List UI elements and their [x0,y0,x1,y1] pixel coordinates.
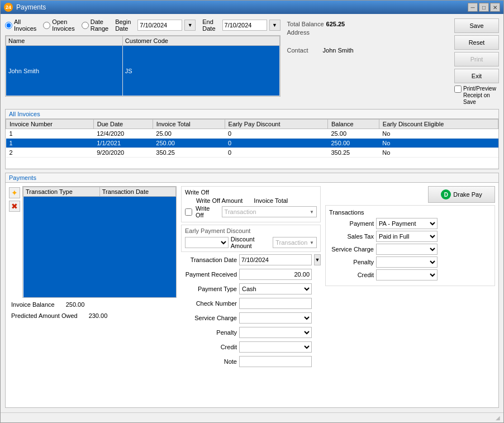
customer-name-cell: John Smith [6,46,123,96]
early-payment-transaction-dropdown[interactable]: Transaction ▼ [273,237,317,248]
service-charge-row: Service Charge [181,312,321,324]
open-invoices-radio[interactable] [43,22,50,29]
invoice-number-header: Invoice Number [6,120,94,129]
table-row[interactable]: 1 12/4/2020 25.00 0 25.00 No [6,129,498,139]
service-charge-trans-label: Service Charge [329,246,374,253]
invoice-balance-row: Invoice Balance 250.00 [9,300,177,309]
early-payment-transaction-value: Transaction [275,239,307,246]
sales-tax-trans-select[interactable]: Paid in Full Not Paid Partial [376,231,438,242]
begin-date-label: Begin Date [115,18,131,32]
begin-date-group: ▼ [137,20,196,31]
credit-select[interactable] [239,341,312,353]
payments-left: ✦ ✖ Transaction Type Transaction Date [9,186,177,368]
transaction-date-input[interactable] [239,254,312,265]
due-date-cell: 12/4/2020 [93,129,153,139]
top-section: All Invoices Open Invoices Date Range Be… [5,18,499,106]
customer-code-header: Customer Code [122,36,279,46]
invoice-balance-value: 250.00 [66,301,85,308]
payment-type-select[interactable]: Cash Check Credit Card ACH [239,283,312,294]
end-date-input[interactable] [222,20,267,31]
begin-date-input[interactable] [137,20,182,31]
transaction-type-cell [23,197,100,297]
title-bar: 24 Payments ─ □ ✕ [1,1,503,14]
penalty-trans-select[interactable] [376,256,438,268]
contact-label: Contact [287,47,321,54]
minimize-button[interactable]: ─ [468,3,478,12]
payment-trans-row: Payment PA - Payment CA - Cash CK - Chec… [329,218,491,229]
exit-button[interactable]: Exit [454,69,499,83]
app-icon: 24 [4,3,13,12]
delete-transaction-button[interactable]: ✖ [9,201,20,212]
payment-trans-label: Payment [329,220,374,227]
all-invoices-label: All Invoices [14,18,36,32]
begin-date-calendar-button[interactable]: ▼ [184,20,196,31]
payment-trans-select[interactable]: PA - Payment CA - Cash CK - Check [376,218,438,229]
main-window: 24 Payments ─ □ ✕ All Invoices O [0,0,504,423]
writeoff-row: Write Off Transaction ▼ [185,205,317,218]
drake-pay-icon: D [441,189,451,199]
early-payment-header: Early Payment Discount [185,227,317,234]
writeoff-dropdown-arrow: ▼ [310,210,314,215]
total-balance-row: Total Balance 625.25 [287,21,448,27]
date-range-radio-label[interactable]: Date Range [82,18,108,32]
invoice-number-cell: 1 [6,129,94,139]
early-discount-eligible-cell: No [379,139,498,148]
check-number-label: Check Number [181,300,237,307]
credit-trans-select[interactable] [376,269,438,281]
maximize-button[interactable]: □ [479,3,489,12]
table-row[interactable]: 2 9/20/2020 350.25 0 350.25 No [6,148,498,158]
check-number-row: Check Number [181,298,321,309]
resize-handle: ◢ [496,415,500,421]
invoice-total-header: Invoice Total [153,120,225,129]
table-row[interactable]: 1 1/1/2021 250.00 0 250.00 No [6,139,498,148]
due-date-cell: 1/1/2021 [93,139,153,148]
end-date-calendar-button[interactable]: ▼ [269,20,280,31]
predicted-amount-value: 230.00 [89,312,108,319]
status-bar: ◢ [1,412,503,422]
writeoff-section: Write Off Write Off Amount Invoice Total… [181,186,321,222]
print-receipt-checkbox[interactable] [454,85,462,93]
early-discount-eligible-header: Early Discount Eligible [379,120,498,129]
open-invoices-radio-label[interactable]: Open Invoices [43,18,74,32]
service-charge-select[interactable] [239,312,312,324]
payments-table: Transaction Type Transaction Date [23,187,176,297]
predicted-amount-row: Predicted Amount Owed 230.00 [9,311,177,320]
drake-pay-button[interactable]: D Drake Pay [428,186,495,203]
payment-received-input[interactable] [239,269,312,280]
customer-name-header: Name [6,36,123,46]
early-pay-discount-header: Early Pay Discount [225,120,327,129]
discount-amount-label: Discount Amount [231,236,271,249]
close-button[interactable]: ✕ [490,3,500,12]
writeoff-transaction-value: Transaction [225,208,256,215]
customer-code-cell: JS [122,46,279,96]
table-row[interactable]: John Smith JS [6,46,280,96]
contact-value: John Smith [323,47,354,54]
early-pay-discount-cell: 0 [225,129,327,139]
save-button[interactable]: Save [454,18,499,33]
service-charge-trans-select[interactable] [376,244,438,255]
print-button[interactable]: Print [454,52,499,66]
customer-list: Name Customer Code John Smith JS [6,36,280,96]
write-off-amount-label: Write Off Amount [196,197,243,204]
table-row[interactable] [23,197,176,297]
check-number-input[interactable] [239,298,312,309]
all-invoices-radio[interactable] [5,22,12,29]
note-input[interactable] [239,356,312,367]
sales-tax-trans-row: Sales Tax Paid in Full Not Paid Partial [329,231,491,242]
transaction-date-calendar-button[interactable]: ▼ [314,254,321,265]
print-receipt-row: Print/Preview Receipt on Save [454,85,499,106]
early-discount-eligible-cell: No [379,148,498,158]
table-row-empty [6,158,498,169]
all-invoices-radio-label[interactable]: All Invoices [5,18,36,32]
early-payment-select[interactable] [185,237,229,248]
reset-button[interactable]: Reset [454,35,499,50]
write-off-checkbox[interactable] [185,208,192,216]
contact-row: Contact John Smith [287,47,448,54]
date-range-radio[interactable] [82,22,89,29]
writeoff-transaction-dropdown[interactable]: Transaction ▼ [222,206,317,217]
invoice-total-label: Invoice Total [254,197,288,204]
penalty-select[interactable] [239,327,312,338]
writeoff-labels: Write Off Amount Invoice Total [185,197,317,204]
add-transaction-button[interactable]: ✦ [9,187,20,198]
invoices-section-header: All Invoices [6,110,498,119]
